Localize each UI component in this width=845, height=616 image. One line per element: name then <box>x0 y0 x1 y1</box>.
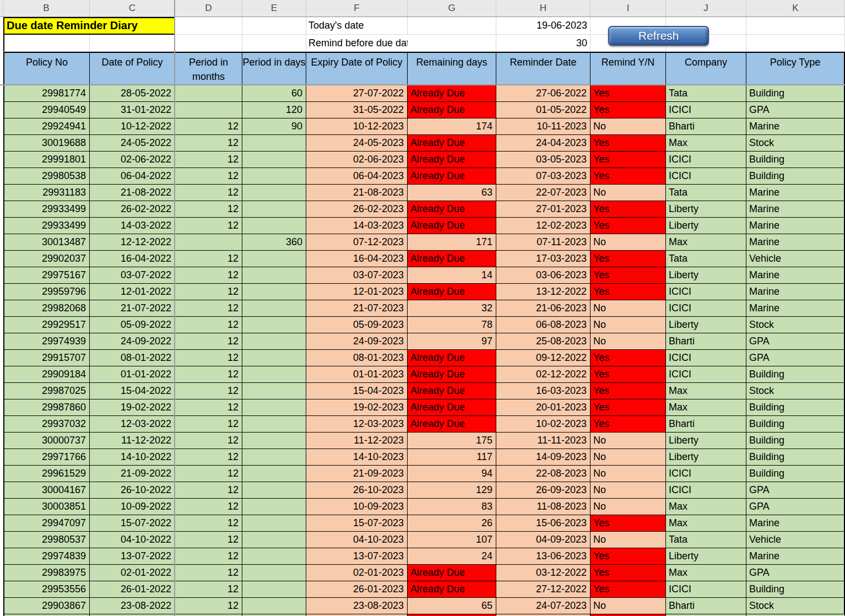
cell-policy-no[interactable]: 29903867 <box>3 598 90 614</box>
column-letter[interactable]: G <box>408 0 496 17</box>
cell-policy-type[interactable]: Marine <box>746 201 845 218</box>
cell-date-of-policy[interactable]: 28-05-2022 <box>90 85 175 102</box>
column-letter[interactable]: J <box>666 0 746 17</box>
cell-period-months[interactable]: 12 <box>175 152 242 168</box>
cell-policy-no[interactable]: 29974939 <box>3 333 90 350</box>
cell-policy-type[interactable]: Marine <box>746 185 845 201</box>
cell-reminder-date[interactable]: 13-12-2022 <box>496 284 591 300</box>
cell-policy-no[interactable]: 29980538 <box>3 168 90 185</box>
cell-period-months[interactable]: 12 <box>175 185 242 201</box>
cell-policy-type[interactable]: Stock <box>746 135 845 152</box>
cell-period-months[interactable]: 12 <box>175 565 242 581</box>
column-header[interactable]: Expiry Date of Policy <box>306 52 408 85</box>
cell-reminder-date[interactable]: 03-06-2023 <box>496 267 591 284</box>
cell-period-months[interactable]: 12 <box>175 466 242 482</box>
cell-policy-type[interactable]: Stock <box>746 598 845 614</box>
cell-remaining-days[interactable]: Already Due <box>408 366 496 383</box>
cell-reminder-date[interactable]: 03-12-2022 <box>496 565 591 581</box>
cell-company[interactable]: Tata <box>666 532 746 548</box>
cell-company[interactable]: Tata <box>666 85 746 102</box>
cell-period-months[interactable]: 12 <box>175 267 242 284</box>
cell-period-days[interactable] <box>242 466 306 482</box>
cell-remaining-days[interactable]: Already Due <box>408 102 496 118</box>
cell-company[interactable]: Max <box>666 234 746 251</box>
cell-period-months[interactable]: 12 <box>175 416 242 433</box>
cell-expiry-date[interactable]: 12-01-2023 <box>306 284 408 300</box>
column-letter[interactable]: E <box>242 0 306 17</box>
cell-remaining-days[interactable]: 24 <box>408 548 496 565</box>
cell-date-of-policy[interactable]: 10-09-2022 <box>90 499 175 515</box>
cell-company[interactable]: ICICI <box>666 482 746 499</box>
cell-date-of-policy[interactable]: 15-07-2022 <box>90 515 175 532</box>
column-header[interactable]: Reminder Date <box>496 52 591 85</box>
cell-policy-type[interactable]: Vehicle <box>746 251 845 267</box>
cell-company[interactable]: Liberty <box>666 548 746 565</box>
cell-remind-yn[interactable]: Yes <box>591 152 666 168</box>
cell-date-of-policy[interactable]: 26-02-2022 <box>90 201 175 218</box>
cell-period-months[interactable]: 12 <box>175 581 242 598</box>
cell-date-of-policy[interactable]: 21-07-2022 <box>90 300 175 317</box>
cell-period-months[interactable]: 12 <box>175 598 242 614</box>
cell-remaining-days[interactable]: Already Due <box>408 218 496 234</box>
cell-policy-type[interactable]: Marine <box>746 234 845 251</box>
cell-company[interactable]: ICICI <box>666 168 746 185</box>
cell-date-of-policy[interactable]: 24-05-2022 <box>90 135 175 152</box>
cell-policy-type[interactable]: GPA <box>746 350 845 366</box>
cell-date-of-policy[interactable]: 26-01-2022 <box>90 581 175 598</box>
cell-company[interactable]: Max <box>666 135 746 152</box>
cell-expiry-date[interactable]: 14-03-2023 <box>306 218 408 234</box>
cell-reminder-date[interactable]: 06-08-2023 <box>496 317 591 333</box>
cell-company[interactable]: Max <box>666 399 746 416</box>
cell-remind-yn[interactable]: Yes <box>591 515 666 532</box>
column-header[interactable]: Period in days <box>242 52 306 85</box>
cell-expiry-date[interactable]: 02-01-2023 <box>306 565 408 581</box>
cell-company[interactable]: Liberty <box>666 317 746 333</box>
column-header[interactable]: Policy Type <box>746 52 845 85</box>
cell-reminder-date[interactable]: 14-09-2023 <box>496 449 591 466</box>
cell-policy-no[interactable]: 30004167 <box>3 482 90 499</box>
cell-remaining-days[interactable]: 174 <box>408 118 496 135</box>
cell-policy-type[interactable]: Stock <box>746 317 845 333</box>
cell-company[interactable]: Liberty <box>666 449 746 466</box>
cell-reminder-date[interactable]: 10-11-2023 <box>496 118 591 135</box>
cell-expiry-date[interactable]: 26-10-2023 <box>306 482 408 499</box>
cell-remaining-days[interactable]: Already Due <box>408 168 496 185</box>
cell-remind-yn[interactable]: No <box>591 532 666 548</box>
cell-date-of-policy[interactable]: 02-01-2022 <box>90 565 175 581</box>
cell-date-of-policy[interactable]: 21-08-2022 <box>90 185 175 201</box>
cell-period-days[interactable] <box>242 201 306 218</box>
cell-policy-type[interactable]: GPA <box>746 565 845 581</box>
cell-date-of-policy[interactable]: 02-06-2022 <box>90 152 175 168</box>
cell-policy-no[interactable]: 29933499 <box>3 218 90 234</box>
cell-period-days[interactable] <box>242 152 306 168</box>
cell-d2[interactable] <box>175 17 242 35</box>
cell-g2[interactable] <box>408 17 496 35</box>
cell-policy-no[interactable]: 29987025 <box>3 383 90 399</box>
cell-policy-no[interactable]: 29961529 <box>3 466 90 482</box>
cell-expiry-date[interactable]: 16-04-2023 <box>306 251 408 267</box>
cell-remind-yn[interactable]: No <box>591 333 666 350</box>
cell-policy-type[interactable]: GPA <box>746 333 845 350</box>
cell-policy-no[interactable]: 30000737 <box>3 433 90 449</box>
cell-reminder-date[interactable]: 07-11-2023 <box>496 234 591 251</box>
column-header[interactable]: Period in months <box>175 52 242 85</box>
cell-period-months[interactable]: 12 <box>175 218 242 234</box>
cell-period-months[interactable]: 12 <box>175 135 242 152</box>
cell-remind-yn[interactable]: No <box>591 300 666 317</box>
cell-expiry-date[interactable]: 06-04-2023 <box>306 168 408 185</box>
column-letter[interactable]: D <box>175 0 242 17</box>
cell-expiry-date[interactable]: 02-06-2023 <box>306 152 408 168</box>
cell-period-days[interactable] <box>242 135 306 152</box>
cell-policy-type[interactable]: Marine <box>746 218 845 234</box>
cell-g3[interactable] <box>408 35 496 52</box>
cell-remind-yn[interactable]: No <box>591 118 666 135</box>
cell-date-of-policy[interactable]: 23-08-2022 <box>90 598 175 614</box>
cell-company[interactable]: ICICI <box>666 350 746 366</box>
cell-period-months[interactable]: 12 <box>175 482 242 499</box>
cell-policy-no[interactable]: 29971766 <box>3 449 90 466</box>
cell-remaining-days[interactable]: 65 <box>408 598 496 614</box>
cell-reminder-date[interactable]: 04-09-2023 <box>496 532 591 548</box>
cell-company[interactable]: Tata <box>666 251 746 267</box>
column-letter[interactable]: F <box>306 0 408 17</box>
cell-k2[interactable] <box>746 17 845 35</box>
